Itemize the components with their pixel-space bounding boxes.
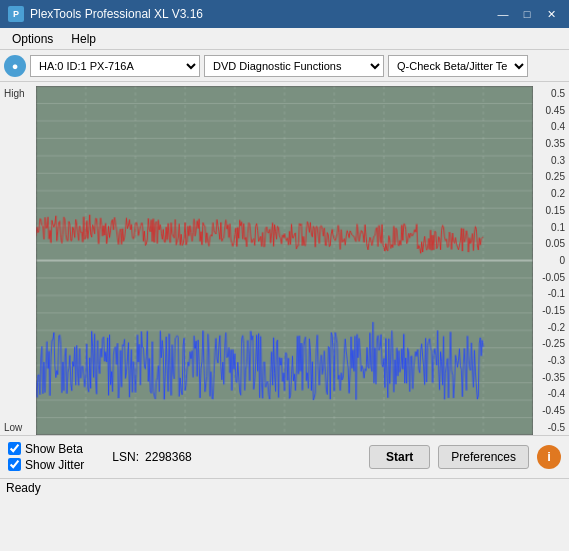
show-beta-checkbox[interactable]	[8, 442, 21, 455]
show-jitter-row[interactable]: Show Jitter	[8, 458, 84, 472]
y-left-bottom: Low	[4, 422, 36, 433]
minimize-button[interactable]: —	[493, 5, 513, 23]
bottom-panel: Show Beta Show Jitter LSN: 2298368 Start…	[0, 435, 569, 478]
function-select[interactable]: DVD Diagnostic Functions	[204, 55, 384, 77]
app-icon-letter: P	[13, 9, 19, 19]
y-axis-right: 0.5 0.45 0.4 0.35 0.3 0.25 0.2 0.15 0.1 …	[533, 86, 565, 435]
checkboxes: Show Beta Show Jitter	[8, 442, 84, 472]
info-button[interactable]: i	[537, 445, 561, 469]
close-button[interactable]: ✕	[541, 5, 561, 23]
start-button[interactable]: Start	[369, 445, 430, 469]
chart-canvas	[36, 86, 533, 435]
show-beta-row[interactable]: Show Beta	[8, 442, 84, 456]
chart-wrapper: High Low 0.5 0.45 0.4 0.35 0.3 0.25 0.2 …	[4, 86, 565, 435]
status-text: Ready	[6, 481, 41, 495]
title-bar-controls: — □ ✕	[493, 5, 561, 23]
device-icon: ●	[4, 55, 26, 77]
menu-options[interactable]: Options	[4, 30, 61, 48]
title-bar-left: P PlexTools Professional XL V3.16	[8, 6, 203, 22]
title-bar: P PlexTools Professional XL V3.16 — □ ✕	[0, 0, 569, 28]
toolbar: ● HA:0 ID:1 PX-716A DVD Diagnostic Funct…	[0, 50, 569, 82]
y-axis-left: High Low	[4, 86, 36, 435]
chart-container: High Low 0.5 0.45 0.4 0.35 0.3 0.25 0.2 …	[0, 82, 569, 435]
menu-bar: Options Help	[0, 28, 569, 50]
show-beta-label: Show Beta	[25, 442, 83, 456]
lsn-area: LSN: 2298368	[112, 450, 191, 464]
device-select[interactable]: HA:0 ID:1 PX-716A	[30, 55, 200, 77]
test-select[interactable]: Q-Check Beta/Jitter Test	[388, 55, 528, 77]
menu-help[interactable]: Help	[63, 30, 104, 48]
window-title: PlexTools Professional XL V3.16	[30, 7, 203, 21]
show-jitter-label: Show Jitter	[25, 458, 84, 472]
y-left-top: High	[4, 88, 36, 99]
status-bar: Ready	[0, 478, 569, 498]
chart-canvas-container	[36, 86, 533, 435]
app-icon: P	[8, 6, 24, 22]
lsn-value: 2298368	[145, 450, 192, 464]
preferences-button[interactable]: Preferences	[438, 445, 529, 469]
show-jitter-checkbox[interactable]	[8, 458, 21, 471]
maximize-button[interactable]: □	[517, 5, 537, 23]
lsn-label: LSN:	[112, 450, 139, 464]
